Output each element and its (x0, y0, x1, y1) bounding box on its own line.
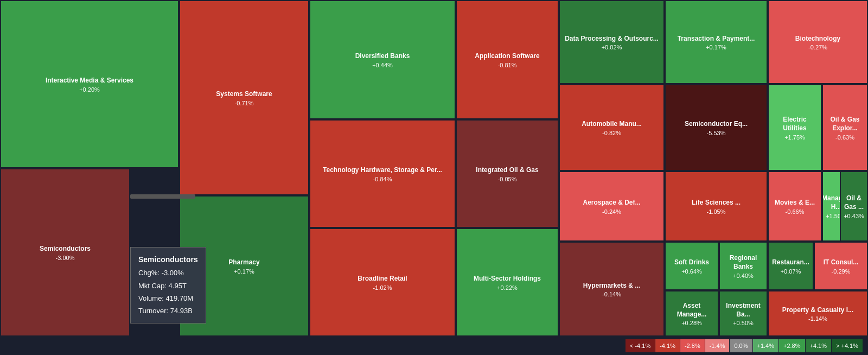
cell-change-data-processing: +0.02% (602, 44, 622, 50)
cell-name-interactive-media: Interactive Media & Services (43, 75, 136, 86)
cell-change-regional-banks: +0.40% (733, 272, 754, 279)
cell-name-restaurant: Restauran... (770, 257, 812, 268)
cell-change-semiconductors: -3.00% (56, 255, 75, 261)
cell-name-semiconductors: Semiconductors (37, 244, 93, 255)
cell-change-oil-gas-small: +0.43% (844, 213, 864, 219)
legend-item-1: -4.1% (655, 339, 680, 352)
cell-property-casualty[interactable]: Property & Casualty I...-1.14% (768, 290, 868, 337)
cell-name-hypermarkets: Hypermarkets & ... (581, 281, 642, 291)
cell-change-life-sciences: -1.05% (707, 208, 726, 215)
cell-name-broadline-retail: Broadline Retail (355, 274, 409, 284)
tooltip-name: Semiconductors (138, 253, 198, 267)
cell-movies[interactable]: Movies & E...-0.66% (768, 171, 822, 242)
cell-name-integrated-oil-gas: Integrated Oil & Gas (474, 165, 540, 176)
cell-life-sciences[interactable]: Life Sciences ...-1.05% (665, 171, 768, 242)
cell-biotechnology[interactable]: Biotechnology-0.27% (768, 0, 868, 84)
cell-name-multi-sector-holdings: Multi-Sector Holdings (471, 274, 543, 284)
tooltip-mktcap: Mkt Cap: 4.95T (138, 280, 198, 292)
cell-change-biotechnology: -0.27% (808, 44, 827, 50)
cell-name-transaction-payment: Transaction & Payment... (675, 34, 757, 45)
legend-item-8: > +4.1% (832, 339, 863, 352)
tooltip-turnover: Turnover: 74.93B (138, 305, 198, 317)
cell-change-multi-sector-holdings: +0.22% (497, 284, 518, 291)
legend-item-5: +1.4% (753, 339, 779, 352)
legend-item-0: < -4.1% (626, 339, 655, 352)
cell-change-interactive-media: +0.20% (79, 86, 100, 93)
cell-multi-sector-holdings[interactable]: Multi-Sector Holdings+0.22% (456, 228, 559, 337)
cell-it-consul[interactable]: IT Consul...-0.29% (814, 242, 868, 290)
cell-name-investment-ba: Investment Ba... (720, 301, 767, 320)
cell-change-it-consul: -0.29% (832, 268, 851, 275)
tooltip-volume: Volume: 419.70M (138, 292, 198, 305)
cell-interactive-media[interactable]: Interactive Media & Services+0.20% (0, 0, 179, 168)
legend-item-4: 0.0% (730, 339, 752, 352)
cell-change-asset-manage: +0.28% (681, 320, 702, 326)
cell-name-property-casualty: Property & Casualty I... (780, 305, 856, 316)
legend-item-3: -1.4% (705, 339, 730, 352)
legend-item-6: +2.8% (779, 339, 805, 352)
cell-change-broadline-retail: -1.02% (373, 284, 392, 291)
cell-change-diversified-banks: +0.44% (372, 62, 393, 68)
cell-semiconductors[interactable]: Semiconductors-3.00% (0, 168, 130, 337)
cell-name-systems-software: Systems Software (214, 89, 274, 100)
cell-name-diversified-banks: Diversified Banks (353, 51, 412, 62)
cell-automobile-manu[interactable]: Automobile Manu...-0.82% (559, 84, 665, 171)
cell-name-soft-drinks: Soft Drinks (672, 257, 711, 268)
cell-name-movies: Movies & E... (773, 198, 817, 208)
cell-electric-utilities[interactable]: Electric Utilities+1.75% (768, 84, 822, 171)
cell-name-pharmacy: Pharmacy (226, 257, 261, 268)
cell-soft-drinks[interactable]: Soft Drinks+0.64% (665, 242, 719, 290)
legend-item-2: -2.8% (680, 339, 705, 352)
cell-change-investment-ba: +0.50% (733, 320, 754, 326)
cell-diversified-banks[interactable]: Diversified Banks+0.44% (309, 0, 456, 119)
cell-change-integrated-oil-gas: -0.05% (498, 176, 517, 182)
cell-change-technology-hardware: -0.84% (373, 176, 392, 182)
tooltip-change: Chg%: -3.00% (138, 267, 198, 279)
cell-restaurant[interactable]: Restauran...+0.07% (768, 242, 814, 290)
cell-change-electric-utilities: +1.75% (784, 134, 805, 141)
cell-name-data-processing: Data Processing & Outsourc... (563, 34, 661, 45)
cell-oil-gas-explor[interactable]: Oil & Gas Explor...-0.63% (822, 84, 868, 171)
cell-name-automobile-manu: Automobile Manu... (579, 119, 644, 130)
cell-change-movies: -0.66% (786, 208, 805, 215)
cell-application-software[interactable]: Application Software-0.81% (456, 0, 559, 119)
cell-investment-ba[interactable]: Investment Ba...+0.50% (719, 290, 768, 337)
cell-name-aerospace-def: Aerospace & Def... (580, 198, 642, 208)
cell-name-biotechnology: Biotechnology (793, 34, 843, 45)
cell-change-property-casualty: -1.14% (808, 315, 827, 322)
legend-item-7: +4.1% (806, 339, 832, 352)
cell-data-processing[interactable]: Data Processing & Outsourc...+0.02% (559, 0, 665, 84)
scroll-bar[interactable] (130, 194, 195, 199)
cell-change-systems-software: -0.71% (235, 100, 254, 106)
cell-name-electric-utilities: Electric Utilities (769, 115, 821, 134)
cell-hypermarkets[interactable]: Hypermarkets & ...-0.14% (559, 242, 665, 337)
cell-change-hypermarkets: -0.14% (602, 291, 621, 297)
cell-name-application-software: Application Software (473, 51, 541, 62)
cell-regional-banks[interactable]: Regional Banks+0.40% (719, 242, 768, 290)
cell-name-asset-manage: Asset Manage... (666, 301, 718, 320)
cell-change-automobile-manu: -0.82% (602, 130, 621, 136)
tooltip-box: Semiconductors Chg%: -3.00% Mkt Cap: 4.9… (130, 247, 206, 324)
cell-transaction-payment[interactable]: Transaction & Payment...+0.17% (665, 0, 768, 84)
cell-name-it-consul: IT Consul... (821, 257, 861, 268)
cell-technology-hardware[interactable]: Technology Hardware, Storage & Per...-0.… (309, 119, 456, 228)
cell-name-oil-gas-small: Oil & Gas ... (841, 193, 867, 212)
legend: < -4.1%-4.1%-2.8%-1.4%0.0%+1.4%+2.8%+4.1… (620, 337, 868, 355)
cell-name-regional-banks: Regional Banks (720, 253, 767, 272)
cell-change-transaction-payment: +0.17% (706, 44, 726, 50)
cell-name-semiconductor-eq: Semiconductor Eq... (682, 119, 750, 130)
cell-integrated-oil-gas[interactable]: Integrated Oil & Gas-0.05% (456, 119, 559, 228)
cell-change-aerospace-def: -0.24% (602, 208, 621, 215)
cell-oil-gas-small[interactable]: Oil & Gas ...+0.43% (840, 171, 868, 242)
cell-aerospace-def[interactable]: Aerospace & Def...-0.24% (559, 171, 665, 242)
cell-change-semiconductor-eq: -5.53% (707, 130, 726, 136)
cell-change-application-software: -0.81% (498, 62, 517, 68)
cell-name-technology-hardware: Technology Hardware, Storage & Per... (321, 165, 444, 176)
cell-change-restaurant: +0.07% (781, 268, 801, 275)
cell-asset-manage[interactable]: Asset Manage...+0.28% (665, 290, 719, 337)
cell-systems-software[interactable]: Systems Software-0.71% (179, 0, 309, 195)
cell-semiconductor-eq[interactable]: Semiconductor Eq...-5.53% (665, 84, 768, 171)
cell-name-oil-gas-explor: Oil & Gas Explor... (823, 115, 867, 134)
cell-name-life-sciences: Life Sciences ... (690, 198, 743, 208)
cell-broadline-retail[interactable]: Broadline Retail-1.02% (309, 228, 456, 337)
